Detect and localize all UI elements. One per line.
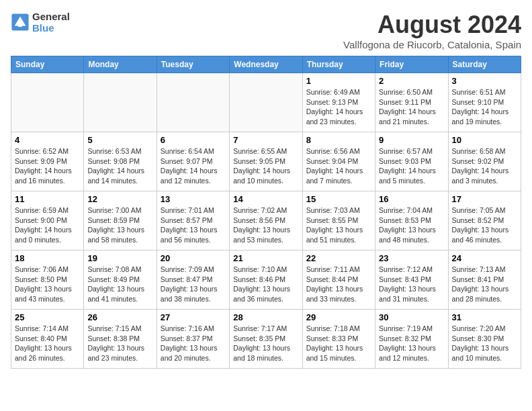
calendar-cell: 14Sunrise: 7:02 AM Sunset: 8:56 PM Dayli… (230, 191, 302, 250)
day-number: 16 (379, 194, 444, 204)
day-number: 6 (161, 135, 226, 145)
day-info: Sunrise: 6:50 AM Sunset: 9:11 PM Dayligh… (379, 87, 444, 127)
day-info: Sunrise: 7:16 AM Sunset: 8:37 PM Dayligh… (161, 324, 226, 363)
logo-icon (11, 13, 30, 32)
calendar-cell: 4Sunrise: 6:52 AM Sunset: 9:09 PM Daylig… (11, 132, 84, 191)
day-info: Sunrise: 7:15 AM Sunset: 8:38 PM Dayligh… (87, 324, 152, 363)
day-number: 29 (306, 312, 371, 322)
day-info: Sunrise: 7:03 AM Sunset: 8:55 PM Dayligh… (306, 205, 371, 245)
day-info: Sunrise: 7:14 AM Sunset: 8:40 PM Dayligh… (15, 324, 80, 363)
calendar-cell: 25Sunrise: 7:14 AM Sunset: 8:40 PM Dayli… (11, 310, 84, 369)
day-number: 13 (161, 194, 226, 204)
day-header-sunday: Sunday (11, 56, 84, 73)
day-info: Sunrise: 7:04 AM Sunset: 8:53 PM Dayligh… (379, 205, 444, 245)
month-year: August 2024 (343, 11, 521, 39)
day-number: 15 (306, 194, 371, 204)
day-number: 14 (233, 194, 298, 204)
calendar-cell: 21Sunrise: 7:10 AM Sunset: 8:46 PM Dayli… (230, 250, 302, 310)
day-info: Sunrise: 7:20 AM Sunset: 8:30 PM Dayligh… (452, 324, 517, 363)
calendar-cell: 15Sunrise: 7:03 AM Sunset: 8:55 PM Dayli… (302, 191, 375, 250)
logo-text: General Blue (32, 11, 70, 34)
calendar-cell: 12Sunrise: 7:00 AM Sunset: 8:59 PM Dayli… (84, 191, 157, 250)
calendar-cell: 26Sunrise: 7:15 AM Sunset: 8:38 PM Dayli… (84, 310, 157, 369)
calendar-cell: 17Sunrise: 7:05 AM Sunset: 8:52 PM Dayli… (448, 191, 521, 250)
week-row: 25Sunrise: 7:14 AM Sunset: 8:40 PM Dayli… (11, 310, 521, 369)
calendar-body: 1Sunrise: 6:49 AM Sunset: 9:13 PM Daylig… (11, 73, 521, 369)
day-number: 18 (15, 253, 80, 263)
day-number: 4 (15, 135, 80, 145)
day-number: 2 (379, 76, 444, 86)
day-number: 30 (379, 312, 444, 322)
day-info: Sunrise: 7:12 AM Sunset: 8:43 PM Dayligh… (379, 265, 444, 304)
location: Vallfogona de Riucorb, Catalonia, Spain (343, 39, 521, 50)
calendar-cell (11, 73, 84, 132)
day-info: Sunrise: 7:19 AM Sunset: 8:32 PM Dayligh… (379, 324, 444, 363)
day-number: 26 (87, 312, 152, 322)
day-number: 22 (306, 253, 371, 263)
day-number: 19 (87, 253, 152, 263)
day-info: Sunrise: 6:51 AM Sunset: 9:10 PM Dayligh… (452, 87, 517, 127)
day-number: 10 (452, 135, 517, 145)
calendar-cell (230, 73, 302, 132)
day-number: 11 (15, 194, 80, 204)
day-number: 7 (233, 135, 298, 145)
day-number: 31 (452, 312, 517, 322)
title-block: August 2024 Vallfogona de Riucorb, Catal… (343, 11, 521, 50)
svg-rect-2 (18, 23, 22, 27)
day-info: Sunrise: 6:57 AM Sunset: 9:03 PM Dayligh… (379, 146, 444, 186)
day-info: Sunrise: 6:53 AM Sunset: 9:08 PM Dayligh… (87, 146, 152, 186)
calendar-cell: 29Sunrise: 7:18 AM Sunset: 8:33 PM Dayli… (302, 310, 375, 369)
day-info: Sunrise: 7:05 AM Sunset: 8:52 PM Dayligh… (452, 205, 517, 245)
calendar-cell: 11Sunrise: 6:59 AM Sunset: 9:00 PM Dayli… (11, 191, 84, 250)
day-number: 8 (306, 135, 371, 145)
calendar-cell: 20Sunrise: 7:09 AM Sunset: 8:47 PM Dayli… (157, 250, 229, 310)
calendar: SundayMondayTuesdayWednesdayThursdayFrid… (11, 56, 521, 369)
day-number: 24 (452, 253, 517, 263)
day-header-saturday: Saturday (448, 56, 521, 73)
day-header-friday: Friday (375, 56, 448, 73)
day-number: 12 (87, 194, 152, 204)
day-number: 3 (452, 76, 517, 86)
calendar-cell: 1Sunrise: 6:49 AM Sunset: 9:13 PM Daylig… (302, 73, 375, 132)
calendar-cell: 27Sunrise: 7:16 AM Sunset: 8:37 PM Dayli… (157, 310, 229, 369)
day-number: 17 (452, 194, 517, 204)
calendar-cell: 19Sunrise: 7:08 AM Sunset: 8:49 PM Dayli… (84, 250, 157, 310)
day-info: Sunrise: 7:17 AM Sunset: 8:35 PM Dayligh… (233, 324, 298, 363)
day-info: Sunrise: 6:58 AM Sunset: 9:02 PM Dayligh… (452, 146, 517, 186)
day-header-monday: Monday (84, 56, 157, 73)
day-number: 23 (379, 253, 444, 263)
day-header-tuesday: Tuesday (157, 56, 229, 73)
day-info: Sunrise: 7:08 AM Sunset: 8:49 PM Dayligh… (87, 265, 152, 304)
day-info: Sunrise: 6:55 AM Sunset: 9:05 PM Dayligh… (233, 146, 298, 186)
calendar-cell: 6Sunrise: 6:54 AM Sunset: 9:07 PM Daylig… (157, 132, 229, 191)
calendar-cell: 9Sunrise: 6:57 AM Sunset: 9:03 PM Daylig… (375, 132, 448, 191)
day-info: Sunrise: 7:09 AM Sunset: 8:47 PM Dayligh… (161, 265, 226, 304)
calendar-cell: 8Sunrise: 6:56 AM Sunset: 9:04 PM Daylig… (302, 132, 375, 191)
day-number: 21 (233, 253, 298, 263)
day-info: Sunrise: 7:10 AM Sunset: 8:46 PM Dayligh… (233, 265, 298, 304)
day-info: Sunrise: 7:00 AM Sunset: 8:59 PM Dayligh… (87, 205, 152, 245)
calendar-cell: 5Sunrise: 6:53 AM Sunset: 9:08 PM Daylig… (84, 132, 157, 191)
calendar-cell (157, 73, 229, 132)
calendar-cell (84, 73, 157, 132)
calendar-cell: 23Sunrise: 7:12 AM Sunset: 8:43 PM Dayli… (375, 250, 448, 310)
day-number: 20 (161, 253, 226, 263)
day-info: Sunrise: 7:06 AM Sunset: 8:50 PM Dayligh… (15, 265, 80, 304)
calendar-cell: 30Sunrise: 7:19 AM Sunset: 8:32 PM Dayli… (375, 310, 448, 369)
calendar-cell: 22Sunrise: 7:11 AM Sunset: 8:44 PM Dayli… (302, 250, 375, 310)
calendar-cell: 10Sunrise: 6:58 AM Sunset: 9:02 PM Dayli… (448, 132, 521, 191)
page-header: General Blue August 2024 Vallfogona de R… (11, 11, 521, 50)
week-row: 11Sunrise: 6:59 AM Sunset: 9:00 PM Dayli… (11, 191, 521, 250)
day-info: Sunrise: 7:18 AM Sunset: 8:33 PM Dayligh… (306, 324, 371, 363)
day-info: Sunrise: 7:13 AM Sunset: 8:41 PM Dayligh… (452, 265, 517, 304)
day-info: Sunrise: 7:11 AM Sunset: 8:44 PM Dayligh… (306, 265, 371, 304)
day-info: Sunrise: 6:54 AM Sunset: 9:07 PM Dayligh… (161, 146, 226, 186)
calendar-cell: 3Sunrise: 6:51 AM Sunset: 9:10 PM Daylig… (448, 73, 521, 132)
calendar-cell: 16Sunrise: 7:04 AM Sunset: 8:53 PM Dayli… (375, 191, 448, 250)
day-info: Sunrise: 7:02 AM Sunset: 8:56 PM Dayligh… (233, 205, 298, 245)
logo: General Blue (11, 11, 70, 34)
day-number: 28 (233, 312, 298, 322)
week-row: 4Sunrise: 6:52 AM Sunset: 9:09 PM Daylig… (11, 132, 521, 191)
calendar-cell: 24Sunrise: 7:13 AM Sunset: 8:41 PM Dayli… (448, 250, 521, 310)
day-info: Sunrise: 6:59 AM Sunset: 9:00 PM Dayligh… (15, 205, 80, 245)
